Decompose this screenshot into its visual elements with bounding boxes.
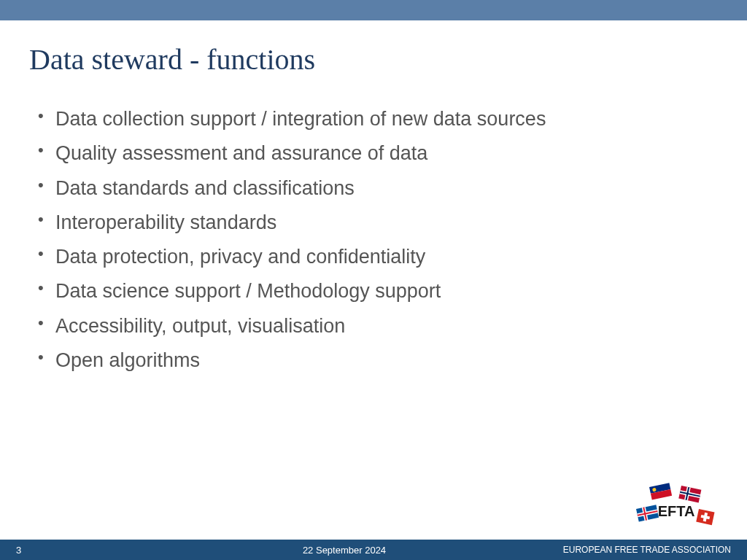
slide-footer: 3 22 September 2024 EUROPEAN FREE TRADE … — [0, 540, 747, 560]
bullet-item: Data science support / Methodology suppo… — [35, 274, 718, 308]
svg-text:EFTA: EFTA — [658, 503, 695, 519]
top-accent-bar — [0, 0, 747, 20]
footer-org-name: EUROPEAN FREE TRADE ASSOCIATION — [543, 545, 747, 555]
bullet-item: Open algorithms — [35, 343, 718, 378]
bullet-item: Quality assessment and assurance of data — [35, 136, 718, 171]
efta-logo: EFTA — [629, 481, 724, 532]
bullet-item: Interoperability standards — [35, 206, 718, 240]
bullet-list: Data collection support / integration of… — [29, 102, 718, 378]
bullet-item: Data standards and classifications — [35, 171, 718, 206]
bullet-item: Data collection support / integration of… — [35, 102, 718, 136]
slide-content: Data steward - functions Data collection… — [0, 20, 747, 378]
slide-title: Data steward - functions — [29, 42, 718, 77]
footer-date: 22 September 2024 — [146, 545, 543, 556]
bullet-item: Data protection, privacy and confidentia… — [35, 240, 718, 274]
bullet-item: Accessibility, output, visualisation — [35, 309, 718, 343]
page-number: 3 — [0, 545, 146, 556]
